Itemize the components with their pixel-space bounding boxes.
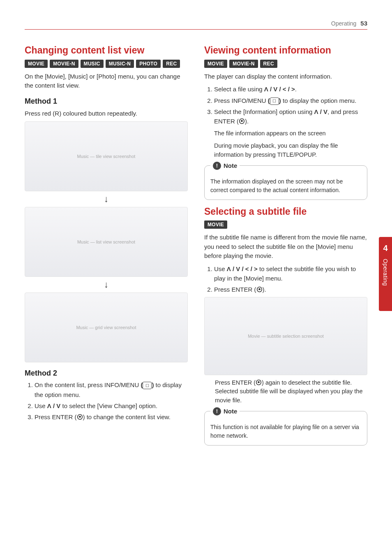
subtitle-tags: MOVIE (204, 220, 367, 229)
subtitle-steps: Use Λ / V / < / > to select the subtitle… (204, 264, 367, 295)
down-arrow-icon: ↓ (25, 194, 188, 204)
subtitle-title: Selecting a subtitle file (204, 206, 367, 218)
method2-step-2: Use Λ / V to select the [View Change] op… (35, 401, 188, 411)
tag-movie-n: MOVIE-N (50, 60, 78, 68)
side-tab-text: Operating (382, 259, 389, 286)
viewing-info-result-1: The file information appears on the scre… (214, 129, 367, 138)
enter-icon: ⦿ (77, 413, 83, 420)
arrow-keys: Λ / V / < / > (264, 86, 295, 93)
side-tab-number: 4 (383, 244, 387, 253)
subtitle-step-2: Press ENTER (⦿). (214, 285, 367, 294)
option-menu-icon: ☐ (270, 97, 279, 105)
enter-icon: ⦿ (256, 379, 262, 386)
method2-step-3: Press ENTER (⦿) to change the content li… (35, 412, 188, 422)
enter-icon: ⦿ (239, 118, 245, 125)
tag-music-n: MUSIC-N (106, 60, 134, 68)
viewing-info-step-1: Select a file using Λ / V / < / >. (214, 84, 367, 94)
viewing-info-intro: The player can display the content infor… (204, 72, 367, 81)
changing-view-intro: On the [Movie], [Music] or [Photo] menu,… (25, 72, 188, 91)
note-2-text: This function is not available for playi… (210, 424, 359, 439)
note-box-1: ! Note The information displayed on the … (204, 165, 367, 200)
up-down-keys: Λ / V (47, 402, 61, 409)
enter-icon: ⦿ (256, 286, 263, 293)
viewing-info-steps: Select a file using Λ / V / < / >. Press… (204, 84, 367, 159)
note-1-text: The information displayed on the screen … (210, 178, 343, 193)
subtitle-intro: If the subtitle file name is different f… (204, 233, 367, 261)
note-icon: ! (213, 162, 221, 170)
header-section: Operating (331, 20, 356, 27)
right-column: Viewing content information MOVIE MOVIE-… (204, 40, 367, 451)
up-down-keys: Λ / V (314, 108, 327, 115)
method1-title: Method 1 (25, 97, 188, 106)
note-icon: ! (213, 407, 221, 415)
tag-music: MUSIC (81, 60, 104, 68)
viewing-info-step-2: Press INFO/MENU (☐) to display the optio… (214, 96, 367, 105)
tag-movie: MOVIE (204, 60, 227, 68)
page-header: Operating 53 (25, 20, 367, 30)
method1-figure-3: Music — grid view screenshot (25, 292, 188, 362)
method1-figure-1: Music — tile view screenshot (25, 121, 188, 191)
viewing-info-result-2: During movie playback, you can display t… (214, 142, 367, 160)
note-label: ! Note (210, 407, 240, 416)
left-column: Changing content list view MOVIE MOVIE-N… (25, 40, 188, 451)
changing-view-tags: MOVIE MOVIE-N MUSIC MUSIC-N PHOTO REC (25, 60, 188, 68)
tag-rec: REC (163, 60, 180, 68)
tag-movie-n: MOVIE-N (229, 60, 258, 68)
chapter-side-tab: 4 Operating (379, 237, 392, 311)
method2-title: Method 2 (25, 369, 188, 378)
viewing-info-tags: MOVIE MOVIE-N REC (204, 60, 367, 68)
tag-rec: REC (260, 60, 277, 68)
subtitle-step-1: Use Λ / V / < / > to select the subtitle… (214, 264, 367, 283)
subtitle-after: Press ENTER (⦿) again to deselect the su… (215, 378, 367, 405)
down-arrow-icon: ↓ (25, 279, 188, 290)
method2-steps: On the content list, press INFO/MENU (☐)… (25, 380, 188, 422)
tag-movie: MOVIE (25, 60, 48, 68)
subtitle-figure: Movie — subtitle selection screenshot (204, 297, 367, 375)
method2-step-1: On the content list, press INFO/MENU (☐)… (35, 380, 188, 399)
tag-movie: MOVIE (204, 220, 227, 229)
method1-text: Press red (R) coloured button repeatedly… (25, 109, 188, 118)
arrow-keys: Λ / V / < / > (227, 265, 258, 272)
note-label: ! Note (210, 161, 240, 171)
tag-photo: PHOTO (136, 60, 161, 68)
note-box-2: ! Note This function is not available fo… (204, 411, 367, 446)
option-menu-icon: ☐ (143, 382, 152, 389)
viewing-info-step-3: Select the [Information] option using Λ … (214, 107, 367, 160)
method1-figure-2: Music — list view screenshot (25, 207, 188, 277)
changing-view-title: Changing content list view (25, 44, 188, 56)
viewing-info-title: Viewing content information (204, 44, 367, 56)
header-page-number: 53 (360, 20, 367, 27)
